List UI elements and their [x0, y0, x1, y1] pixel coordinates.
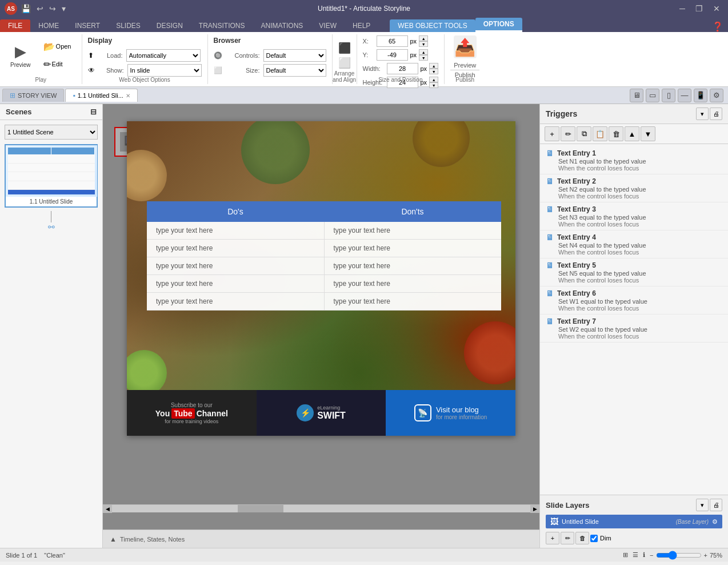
x-input[interactable] — [377, 35, 408, 47]
trigger-move-up-button[interactable]: ▲ — [625, 126, 639, 141]
view-list-icon[interactable]: ☰ — [633, 551, 638, 559]
x-up-button[interactable]: ▲ — [419, 35, 428, 41]
save-icon[interactable]: 💾 — [19, 4, 33, 13]
h-scrollbar-track[interactable] — [112, 505, 530, 512]
zoom-slider[interactable] — [656, 551, 702, 560]
dropdown-icon[interactable]: ▾ — [60, 4, 67, 13]
triggers-list: 🖥 Text Entry 1 Set N1 equal to the typed… — [540, 144, 728, 495]
trigger-item[interactable]: 🖥 Text Entry 6 Set W1 equal to the typed… — [540, 287, 728, 315]
scene-thumbnail[interactable]: 1.1 Untitled Slide — [5, 144, 98, 208]
arrange-icon-2[interactable]: ⬜ — [338, 57, 351, 69]
edit-button[interactable]: ✏ Edit — [39, 57, 76, 72]
view-grid-icon[interactable]: ⊞ — [623, 551, 628, 559]
view-monitor-icon[interactable]: 🖥 — [630, 89, 643, 102]
trigger-item[interactable]: 🖥 Text Entry 4 Set N4 equal to the typed… — [540, 230, 728, 258]
info-icon[interactable]: ℹ — [643, 551, 645, 559]
trigger-item[interactable]: 🖥 Text Entry 5 Set N5 equal to the typed… — [540, 258, 728, 287]
trigger-label-6: Text Entry 7 — [557, 317, 596, 325]
trigger-edit-button[interactable]: ✏ — [561, 126, 575, 141]
triggers-header: Triggers ▾ 🖨 — [540, 104, 728, 124]
layer-delete-button[interactable]: 🗑 — [575, 532, 589, 544]
layer-left: 🖼 Untitled Slide — [550, 517, 599, 526]
zoom-in-icon[interactable]: + — [704, 552, 707, 559]
layers-print-button[interactable]: 🖨 — [710, 499, 722, 511]
h-scroll-left-button[interactable]: ◀ — [103, 505, 112, 513]
trigger-name-0: 🖥 Text Entry 1 — [546, 149, 722, 158]
layers-collapse-button[interactable]: ▾ — [696, 499, 709, 511]
zoom-out-icon[interactable]: − — [650, 552, 653, 559]
scenes-expand-icon[interactable]: ⊟ — [90, 108, 97, 116]
show-label: Show: — [98, 67, 124, 74]
close-tab-icon[interactable]: ✕ — [126, 93, 130, 99]
tab-story-view[interactable]: ⊞ STORY VIEW — [2, 89, 64, 102]
tab-file[interactable]: FILE — [0, 19, 30, 32]
tab-options[interactable]: OPTIONS — [475, 18, 522, 32]
canvas-scroll[interactable]: Do's Don'ts type your text heretype your… — [103, 104, 539, 530]
scenes-dropdown[interactable]: 1 Untitled Scene — [5, 125, 98, 140]
tab-design[interactable]: DESIGN — [149, 19, 191, 32]
triggers-print-button[interactable]: 🖨 — [710, 108, 722, 120]
table-cell-2-0: type your text here — [147, 257, 324, 275]
view-landscape-icon[interactable]: ▭ — [646, 89, 659, 102]
width-input[interactable] — [387, 63, 418, 74]
y-up-button[interactable]: ▲ — [419, 49, 428, 55]
ribbon-group-arrange: ⬛ ⬜ Arrange and Align — [333, 34, 357, 84]
preview-big-button[interactable]: ▶ Preview — [6, 41, 35, 70]
tab-insert[interactable]: INSERT — [67, 19, 108, 32]
open-button[interactable]: 📂 Open — [39, 39, 76, 54]
undo-icon[interactable]: ↩ — [35, 4, 45, 13]
help-circle-icon[interactable]: ❓ — [712, 21, 723, 32]
trigger-add-button[interactable]: + — [545, 126, 559, 141]
h-scroll-right-button[interactable]: ▶ — [530, 505, 539, 513]
preview-button[interactable]: Preview — [450, 61, 479, 70]
dim-checkbox[interactable] — [590, 535, 598, 542]
layer-add-button[interactable]: + — [546, 532, 559, 544]
trigger-item[interactable]: 🖥 Text Entry 3 Set N3 equal to the typed… — [540, 202, 728, 230]
scene-connector-line — [51, 211, 51, 222]
view-settings-icon[interactable]: ⚙ — [710, 89, 723, 102]
show-select[interactable]: In slide In new window — [127, 64, 202, 77]
y-down-button[interactable]: ▼ — [419, 55, 428, 61]
arrange-icon-1[interactable]: ⬛ — [338, 42, 351, 54]
trigger-item[interactable]: 🖥 Text Entry 1 Set N1 equal to the typed… — [540, 146, 728, 174]
tab-transitions[interactable]: TRANSITIONS — [191, 19, 253, 32]
view-portrait-icon[interactable]: ▯ — [662, 89, 675, 102]
tab-slides[interactable]: SLIDES — [108, 19, 149, 32]
trigger-item[interactable]: 🖥 Text Entry 7 Set W2 equal to the typed… — [540, 315, 728, 343]
base-layer-item[interactable]: 🖼 Untitled Slide (Base Layer) ⚙ — [546, 515, 722, 528]
publish-group-label: Publish — [445, 77, 485, 83]
youtube-channel-text: Channel — [197, 409, 228, 418]
trigger-copy-button[interactable]: ⧉ — [577, 126, 591, 141]
layer-edit-button[interactable]: ✏ — [561, 532, 574, 544]
close-button[interactable]: ✕ — [710, 4, 723, 13]
trigger-move-down-button[interactable]: ▼ — [641, 126, 655, 141]
load-select[interactable]: Automatically User activates On slide lo… — [126, 49, 201, 62]
load-row: ⬆ Load: Automatically User activates On … — [88, 49, 202, 62]
width-up-button[interactable]: ▲ — [429, 63, 438, 69]
view-mobile-icon[interactable]: 📱 — [694, 89, 707, 102]
timeline-expand-icon[interactable]: ▲ — [110, 535, 117, 543]
trigger-delete-button[interactable]: 🗑 — [609, 126, 623, 141]
controls-select[interactable]: Default Show all Hide all — [263, 49, 326, 62]
size-select[interactable]: Default Custom — [263, 64, 326, 77]
view-wide-icon[interactable]: — — [678, 89, 691, 102]
height-down-button[interactable]: ▼ — [429, 82, 438, 88]
minimize-button[interactable]: ─ — [676, 4, 689, 13]
trigger-paste-button[interactable]: 📋 — [593, 126, 607, 141]
tab-animations[interactable]: ANIMATIONS — [253, 19, 311, 32]
tab-view[interactable]: VIEW — [311, 19, 345, 32]
tab-help[interactable]: HELP — [345, 19, 378, 32]
layer-options-icon[interactable]: ⚙ — [712, 518, 718, 526]
tab-web-object-tools[interactable]: WEB OBJECT TOOLS — [390, 19, 475, 32]
triggers-collapse-button[interactable]: ▾ — [696, 108, 709, 120]
y-input[interactable] — [377, 49, 408, 61]
trigger-icon-2: 🖥 — [546, 205, 554, 214]
x-down-button[interactable]: ▼ — [419, 41, 428, 47]
trigger-name-1: 🖥 Text Entry 2 — [546, 177, 722, 186]
redo-icon[interactable]: ↪ — [47, 4, 58, 13]
width-down-button[interactable]: ▼ — [429, 69, 438, 74]
base-layer-label: (Base Layer) — [676, 519, 709, 525]
tab-home[interactable]: HOME — [30, 19, 67, 32]
trigger-item[interactable]: 🖥 Text Entry 2 Set N2 equal to the typed… — [540, 174, 728, 202]
restore-button[interactable]: ❐ — [692, 4, 706, 13]
